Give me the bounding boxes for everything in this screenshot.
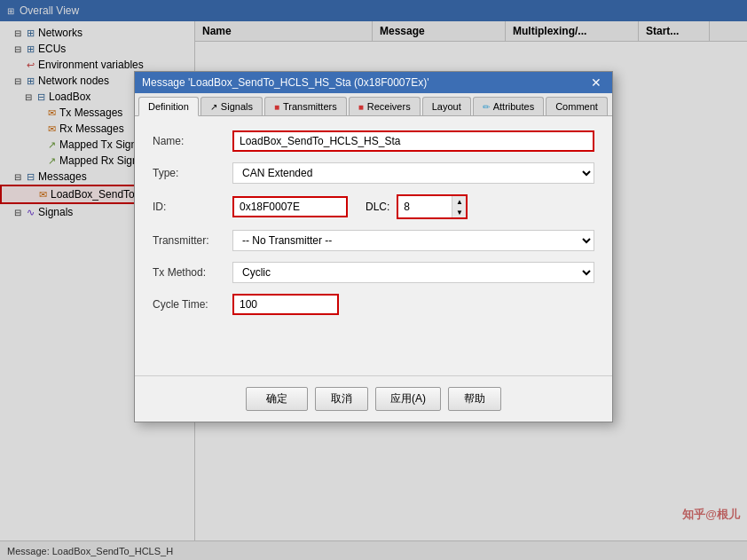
tx-method-row: Tx Method: Cyclic [153, 262, 594, 283]
tab-attributes-icon: ✏ [483, 102, 490, 112]
cycle-time-input[interactable] [232, 294, 339, 315]
tx-method-select[interactable]: Cyclic [232, 262, 594, 283]
id-dlc-row: ID: DLC: ▲ ▼ [153, 194, 594, 219]
tab-signals-icon: ↗ [210, 102, 217, 112]
dlc-spinner: ▲ ▼ [397, 194, 468, 219]
dlc-spin-up-button[interactable]: ▲ [452, 196, 466, 207]
type-row: Type: CAN Extended CAN Standard CAN FD [153, 162, 594, 184]
type-label: Type: [153, 167, 232, 179]
dialog-bottom-bar: 确定 取消 应用(A) 帮助 [135, 375, 612, 422]
tab-comment[interactable]: Comment [546, 97, 608, 115]
dialog-title: Message 'LoadBox_SendTo_HCLS_HS_Sta (0x1… [142, 76, 429, 89]
dlc-input[interactable] [398, 196, 452, 217]
dialog-content: Name: Type: CAN Extended CAN Standard CA… [135, 116, 612, 375]
tab-receivers-label: Receivers [367, 101, 411, 112]
dialog: Message 'LoadBox_SendTo_HCLS_HS_Sta (0x1… [134, 71, 613, 422]
tab-definition-label: Definition [148, 101, 189, 112]
spacer [153, 326, 594, 361]
tab-layout-label: Layout [432, 101, 461, 112]
id-dlc-section: DLC: ▲ ▼ [232, 194, 594, 219]
name-input[interactable] [232, 130, 594, 152]
cancel-button[interactable]: 取消 [315, 387, 368, 411]
tab-bar: Definition ↗ Signals ■ Transmitters ■ Re… [135, 93, 612, 116]
dialog-title-bar: Message 'LoadBox_SendTo_HCLS_HS_Sta (0x1… [135, 72, 612, 93]
tx-method-field: Cyclic [232, 262, 594, 283]
tab-signals[interactable]: ↗ Signals [201, 97, 263, 115]
tab-comment-label: Comment [555, 101, 598, 112]
id-input[interactable] [232, 196, 348, 217]
transmitter-field: -- No Transmitter -- [232, 230, 594, 251]
dlc-spinner-buttons: ▲ ▼ [452, 196, 466, 217]
dlc-label: DLC: [366, 201, 389, 213]
tab-signals-label: Signals [221, 101, 253, 112]
tab-definition[interactable]: Definition [138, 97, 199, 116]
transmitter-select[interactable]: -- No Transmitter -- [232, 230, 594, 251]
type-select[interactable]: CAN Extended CAN Standard CAN FD [232, 162, 594, 184]
tab-attributes-label: Attributes [493, 101, 534, 112]
modal-overlay: Message 'LoadBox_SendTo_HCLS_HS_Sta (0x1… [0, 0, 747, 560]
tab-layout[interactable]: Layout [422, 97, 471, 115]
cycle-time-row: Cycle Time: [153, 294, 594, 315]
name-field [232, 130, 594, 152]
tab-transmitters-label: Transmitters [283, 101, 337, 112]
apply-button[interactable]: 应用(A) [375, 387, 441, 411]
id-label: ID: [153, 201, 232, 213]
dialog-close-button[interactable]: ✕ [587, 75, 605, 90]
confirm-button[interactable]: 确定 [246, 387, 308, 411]
type-field: CAN Extended CAN Standard CAN FD [232, 162, 594, 184]
tab-transmitters-icon: ■ [274, 102, 279, 112]
dlc-spin-down-button[interactable]: ▼ [452, 207, 466, 217]
help-button[interactable]: 帮助 [448, 387, 501, 411]
name-label: Name: [153, 135, 232, 147]
cycle-time-section [232, 294, 594, 315]
tab-transmitters[interactable]: ■ Transmitters [264, 97, 347, 115]
name-row: Name: [153, 130, 594, 152]
cycle-time-label: Cycle Time: [153, 298, 232, 311]
tab-receivers-icon: ■ [358, 102, 364, 112]
tab-attributes[interactable]: ✏ Attributes [473, 97, 544, 115]
transmitter-label: Transmitter: [153, 234, 232, 247]
tab-receivers[interactable]: ■ Receivers [349, 97, 421, 115]
tx-method-label: Tx Method: [153, 266, 232, 279]
transmitter-row: Transmitter: -- No Transmitter -- [153, 230, 594, 251]
